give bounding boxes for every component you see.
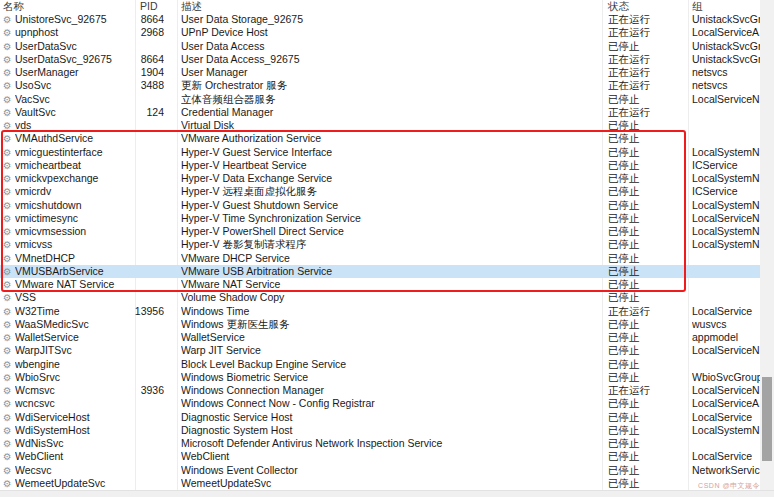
service-row[interactable]: ⚙UserDataSvc_926758664User Data Access_9… [0,53,760,66]
service-row[interactable]: ⚙vmicrdvHyper-V 远程桌面虚拟化服务已停止ICService [0,185,760,198]
service-row[interactable]: ⚙UserDataSvcUser Data Access已停止UnistackS… [0,40,760,53]
service-row[interactable]: ⚙WarpJITSvcWarp JIT Service已停止LocalServi… [0,344,760,357]
service-description: Windows Connect Now - Config Registrar [181,397,599,410]
service-row[interactable]: ⚙WalletServiceWalletService已停止appmodel [0,331,760,344]
service-row[interactable]: ⚙UserManager1904User Manager正在运行netsvcs [0,66,760,79]
service-pid: 2968 [112,26,164,39]
service-group [692,132,762,145]
service-row[interactable]: ⚙upnphost2968UPnP Device Host正在运行LocalSe… [0,26,760,39]
service-group: LocalServiceN... [692,344,762,357]
service-row[interactable]: ⚙vmicvmsessionHyper-V PowerShell Direct … [0,225,760,238]
service-row[interactable]: ⚙VSSVolume Shadow Copy已停止 [0,291,760,304]
service-pid [112,40,164,53]
service-status: 正在运行 [608,79,688,92]
service-description: Volume Shadow Copy [181,291,599,304]
service-description: Hyper-V Heartbeat Service [181,159,599,172]
service-description: Windows Event Collector [181,464,599,477]
service-gear-icon: ⚙ [3,291,14,304]
service-pid [112,185,164,198]
service-row[interactable]: ⚙vmicshutdownHyper-V Guest Shutdown Serv… [0,199,760,212]
service-group: LocalSystemN... [692,172,762,185]
service-description: Warp JIT Service [181,344,599,357]
column-header-status[interactable]: 状态 [608,0,629,13]
service-gear-icon: ⚙ [3,40,14,53]
service-status: 已停止 [608,172,688,185]
service-row[interactable]: ⚙wbengineBlock Level Backup Engine Servi… [0,358,760,371]
service-row[interactable]: ⚙Wcmsvc3936Windows Connection Manager正在运… [0,384,760,397]
service-status: 已停止 [608,238,688,251]
service-pid: 8664 [112,53,164,66]
service-status: 正在运行 [608,13,688,26]
service-row[interactable]: ⚙WdiSystemHostDiagnostic System Host已停止L… [0,424,760,437]
service-group: LocalServiceN... [692,212,762,225]
service-row[interactable]: ⚙VacSvc立体音频组合器服务已停止LocalServiceN... [0,93,760,106]
service-row[interactable]: ⚙vmicguestinterfaceHyper-V Guest Service… [0,146,760,159]
service-description: Diagnostic System Host [181,424,599,437]
service-row[interactable]: ⚙vmickvpexchangeHyper-V Data Exchange Se… [0,172,760,185]
service-gear-icon: ⚙ [3,26,14,39]
service-pid [112,212,164,225]
service-row[interactable]: ⚙wcncsvcWindows Connect Now - Config Reg… [0,397,760,410]
service-row[interactable]: ⚙WecsvcWindows Event Collector已停止Network… [0,464,760,477]
service-status: 已停止 [608,93,688,106]
service-gear-icon: ⚙ [3,252,14,265]
service-row[interactable]: ⚙vdsVirtual Disk已停止 [0,119,760,132]
service-row[interactable]: ⚙vmicheartbeatHyper-V Heartbeat Service已… [0,159,760,172]
column-header-group[interactable]: 组 [692,0,703,13]
service-description: Windows 更新医生服务 [181,318,599,331]
service-pid [112,146,164,159]
service-group: LocalService [692,305,762,318]
service-pid [112,331,164,344]
service-gear-icon: ⚙ [3,384,14,397]
service-row[interactable]: ⚙VMAuthdServiceVMware Authorization Serv… [0,132,760,145]
service-row[interactable]: ⚙WdiServiceHostDiagnostic Service Host已停… [0,411,760,424]
service-status: 已停止 [608,291,688,304]
service-status: 已停止 [608,159,688,172]
service-row[interactable]: ⚙UsoSvc3488更新 Orchestrator 服务正在运行netsvcs [0,79,760,92]
service-group: LocalSystemN... [692,238,762,251]
service-group [692,119,762,132]
column-header-name[interactable]: 名称 [3,0,24,13]
service-status: 正在运行 [608,384,688,397]
service-description: Block Level Backup Engine Service [181,358,599,371]
service-row[interactable]: ⚙WbioSrvcWindows Biometric Service已停止Wbi… [0,371,760,384]
column-header-pid[interactable]: PID [140,0,158,13]
service-description: 更新 Orchestrator 服务 [181,79,599,92]
service-row[interactable]: ⚙WdNisSvcMicrosoft Defender Antivirus Ne… [0,437,760,450]
service-row[interactable]: ⚙vmictimesyncHyper-V Time Synchronizatio… [0,212,760,225]
column-header-description[interactable]: 描述 [181,0,202,13]
service-group: WbioSvcGroup [692,371,762,384]
service-description: Hyper-V Time Synchronization Service [181,212,599,225]
service-row[interactable]: ⚙WaaSMedicSvcWindows 更新医生服务已停止wusvcs [0,318,760,331]
service-status: 已停止 [608,344,688,357]
service-row[interactable]: ⚙WemeetUpdateSvcWemeetUpdateSvc已停止 [0,477,760,490]
service-pid [112,477,164,490]
service-pid [112,132,164,145]
service-group: LocalService [692,450,762,463]
service-row[interactable]: ⚙vmicvssHyper-V 卷影复制请求程序已停止LocalSystemN.… [0,238,760,251]
service-gear-icon: ⚙ [3,265,14,278]
service-pid [112,159,164,172]
service-row[interactable]: ⚙VMnetDHCPVMware DHCP Service已停止 [0,252,760,265]
service-gear-icon: ⚙ [3,450,14,463]
service-status: 已停止 [608,278,688,291]
service-group: ICService [692,159,762,172]
service-status: 已停止 [608,146,688,159]
service-description: User Manager [181,66,599,79]
service-row[interactable]: ⚙WebClientWebClient已停止LocalService [0,450,760,463]
service-group [692,358,762,371]
service-group: appmodel [692,331,762,344]
service-row[interactable]: ⚙UnistoreSvc_926758664User Data Storage_… [0,13,760,26]
service-row[interactable]: ⚙VMware NAT ServiceVMware NAT Service已停止 [0,278,760,291]
service-gear-icon: ⚙ [3,331,14,344]
service-gear-icon: ⚙ [3,397,14,410]
service-pid [112,437,164,450]
service-group: netsvcs [692,66,762,79]
service-status: 已停止 [608,477,688,490]
service-row[interactable]: ⚙W32Time13956Windows Time正在运行LocalServic… [0,305,760,318]
service-row-selected[interactable]: ⚙VMUSBArbServiceVMware USB Arbitration S… [0,265,760,278]
csdn-watermark: CSDN @申文规令 [698,481,760,491]
scrollbar-thumb[interactable] [762,377,772,461]
service-row[interactable]: ⚙VaultSvc124Credential Manager正在运行 [0,106,760,119]
vertical-scrollbar[interactable] [760,0,774,490]
